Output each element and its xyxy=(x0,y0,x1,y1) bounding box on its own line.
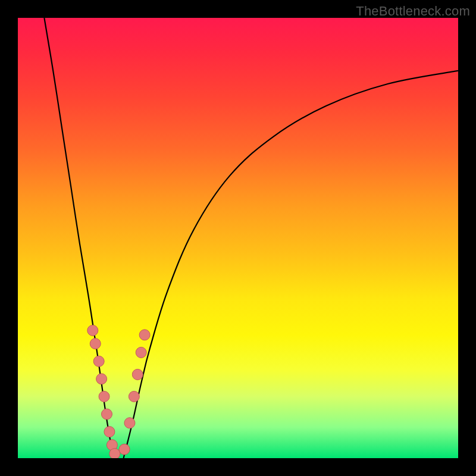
data-point xyxy=(87,325,98,336)
data-point xyxy=(96,374,107,384)
data-point xyxy=(99,391,109,402)
data-point xyxy=(139,330,150,340)
data-point xyxy=(124,418,135,428)
plot-area xyxy=(18,18,458,458)
data-point xyxy=(129,391,139,402)
data-point xyxy=(93,356,104,367)
data-point xyxy=(136,347,146,358)
curve-layer xyxy=(18,18,458,458)
right-branch-curve xyxy=(124,71,458,458)
left-dots-group xyxy=(87,325,120,458)
data-point xyxy=(109,449,120,458)
data-point xyxy=(101,409,112,419)
data-point xyxy=(119,444,130,455)
data-point xyxy=(104,427,115,437)
right-dots-group xyxy=(119,330,150,455)
chart-frame: TheBottleneck.com xyxy=(0,0,476,476)
data-point xyxy=(132,369,143,380)
data-point xyxy=(90,339,101,349)
watermark-text: TheBottleneck.com xyxy=(356,4,470,19)
